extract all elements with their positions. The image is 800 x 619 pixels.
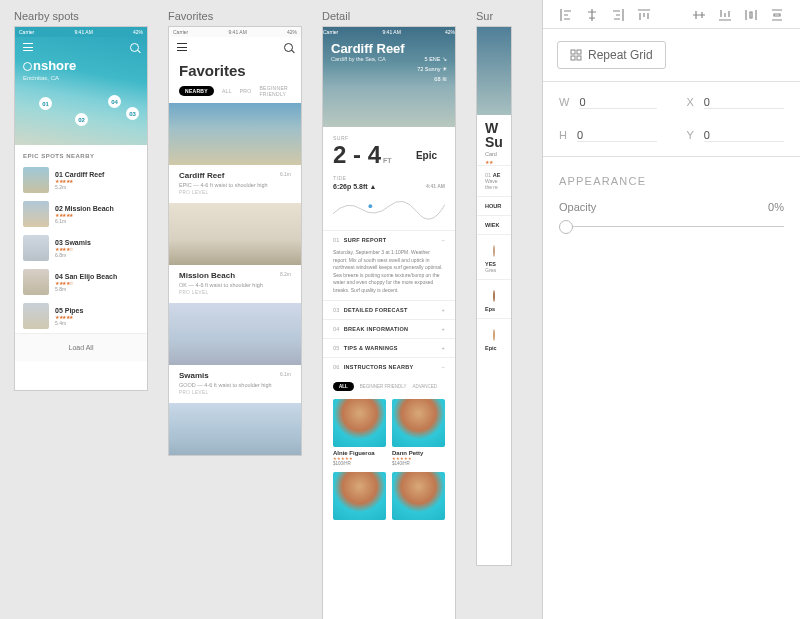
inst-filter-all[interactable]: ALL <box>333 382 354 391</box>
artboard-label-favorites[interactable]: Favorites <box>168 10 302 22</box>
opacity-value: 0% <box>768 201 784 213</box>
align-toolbar <box>543 0 800 29</box>
align-bottom-icon[interactable] <box>712 6 738 24</box>
favorite-card[interactable]: Mission Beach8.2m OK — 4-6 ft waist to s… <box>169 203 301 303</box>
app-logo: nshore <box>15 58 147 73</box>
accordion-instructors[interactable]: 06INSTRUCTORS NEARBY− <box>323 357 455 376</box>
water-icon: ≋ <box>442 76 447 82</box>
spot-row[interactable]: 02 Mission Beach★★★★★6.1m <box>15 197 147 231</box>
svg-rect-2 <box>577 50 581 54</box>
surf-rating: Epic <box>416 150 445 161</box>
artboard-surf-partial[interactable]: WSu Card ★★ 01 AEWave the re HOUR WIEK Y… <box>476 26 512 566</box>
artboard-detail[interactable]: Carrier 9:41 AM 42% Cardiff Reef Cardiff… <box>322 26 456 619</box>
svg-rect-4 <box>577 56 581 60</box>
favorite-card[interactable]: Cardiff Reef6.1m EPIC — 4-6 ft waist to … <box>169 103 301 203</box>
spot-row[interactable]: 03 Swamis★★★★☆6.8m <box>15 231 147 265</box>
distribute-h-icon[interactable] <box>738 6 764 24</box>
spot-row[interactable]: 05 Pipes★★★★★5.4m <box>15 299 147 333</box>
conditions: 5 ENE ↘ 72 Sunny ☀ 68 ≋ <box>417 55 447 85</box>
map-pin[interactable]: 01 <box>39 97 52 110</box>
artboard-label-surf[interactable]: Sur <box>476 10 512 22</box>
sun-icon: ☀ <box>442 66 447 72</box>
spot-row[interactable]: 04 San Elijo Beach★★★★☆5.8m <box>15 265 147 299</box>
detail-title: Cardiff Reef <box>331 41 447 56</box>
surf-range: 2 - 4 <box>333 143 381 167</box>
report-body: Saturday, September 3 at 1:10PM. Weather… <box>323 249 455 300</box>
accordion-tips[interactable]: 05TIPS & WARNINGS+ <box>323 338 455 357</box>
filter-tabs[interactable]: NEARBY ALL PRO BEGINNER FRIENDLY <box>169 85 301 103</box>
svg-rect-1 <box>571 50 575 54</box>
svg-rect-3 <box>571 56 575 60</box>
artboard-label-nearby[interactable]: Nearby spots <box>14 10 148 22</box>
filter-nearby[interactable]: NEARBY <box>179 86 214 96</box>
instructor-card[interactable]: Dann Petty★★★★★$140/HR <box>392 399 445 466</box>
height-field[interactable]: H0 <box>559 129 657 142</box>
instructor-card[interactable] <box>333 472 386 520</box>
distribute-v-icon[interactable] <box>764 6 790 24</box>
artboard-label-detail[interactable]: Detail <box>322 10 456 22</box>
align-top-icon[interactable] <box>631 6 657 24</box>
accordion-forecast[interactable]: 03DETAILED FORECAST+ <box>323 300 455 319</box>
menu-icon[interactable] <box>23 43 33 51</box>
statusbar-batt: 42% <box>133 29 143 35</box>
location-text: Encinitas, CA <box>15 73 147 81</box>
accordion-break[interactable]: 04BREAK INFORMATION+ <box>323 319 455 338</box>
tide-chart <box>333 194 445 224</box>
artboard-favorites[interactable]: Carrier 9:41 AM 42% Favorites NEARBY ALL… <box>168 26 302 456</box>
statusbar-carrier: Carrier <box>19 29 34 35</box>
inspector-panel: Repeat Grid W0 X0 H0 Y0 APPEARANCE Opaci… <box>542 0 800 619</box>
search-icon[interactable] <box>284 43 293 52</box>
artboard-nearby[interactable]: Carrier 9:41 AM 42% nshore Encinitas, CA… <box>14 26 148 391</box>
menu-icon[interactable] <box>177 43 187 51</box>
search-icon[interactable] <box>130 43 139 52</box>
favorite-card[interactable] <box>169 403 301 456</box>
align-right-icon[interactable] <box>605 6 631 24</box>
page-title: Favorites <box>169 58 301 85</box>
align-middle-icon[interactable] <box>686 6 712 24</box>
accordion-report[interactable]: 01SURF REPORT− <box>323 230 455 249</box>
x-field[interactable]: X0 <box>687 96 785 109</box>
wind-icon: ↘ <box>442 56 447 62</box>
load-all-button[interactable]: Load All <box>15 333 147 361</box>
appearance-heading: APPEARANCE <box>543 157 800 193</box>
map-pin[interactable]: 02 <box>75 113 88 126</box>
map-pin[interactable]: 04 <box>108 95 121 108</box>
design-canvas[interactable]: Nearby spots Carrier 9:41 AM 42% nshore … <box>0 0 542 619</box>
align-center-h-icon[interactable] <box>579 6 605 24</box>
slider-thumb[interactable] <box>559 220 573 234</box>
y-field[interactable]: Y0 <box>687 129 785 142</box>
svg-point-0 <box>368 204 372 208</box>
opacity-slider[interactable] <box>559 219 784 235</box>
instructor-card[interactable]: Alnie Figueroa★★★★★$100/HR <box>333 399 386 466</box>
align-left-icon[interactable] <box>553 6 579 24</box>
width-field[interactable]: W0 <box>559 96 657 109</box>
instructor-card[interactable] <box>392 472 445 520</box>
spot-row[interactable]: 01 Cardiff Reef★★★★★5.2m <box>15 163 147 197</box>
repeat-grid-button[interactable]: Repeat Grid <box>557 41 666 69</box>
favorite-card[interactable]: Swamis6.1m GOOD — 4-6 ft waist to should… <box>169 303 301 403</box>
section-heading: EPIC SPOTS NEARBY <box>15 145 147 163</box>
map-pin[interactable]: 03 <box>126 107 139 120</box>
statusbar-time: 9:41 AM <box>74 29 92 35</box>
